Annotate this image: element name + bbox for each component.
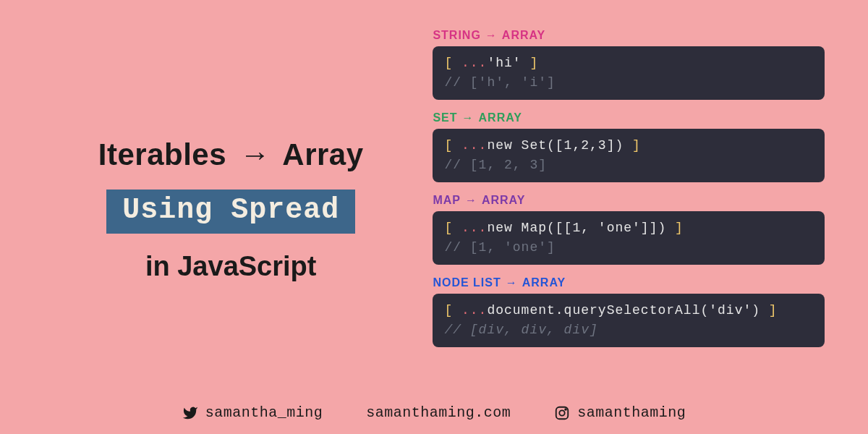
code-line: [ ...new Map([[1, 'one']]) ] <box>444 218 813 238</box>
title-line-3: in JavaScript <box>145 251 317 282</box>
example-header: NODE LIST→ARRAY <box>433 276 825 289</box>
example-block: STRING→ARRAY[ ...'hi' ]// ['h', 'i'] <box>433 29 825 100</box>
code-comment: // [1, 'one'] <box>444 238 813 258</box>
examples-panel: STRING→ARRAY[ ...'hi' ]// ['h', 'i']SET→… <box>418 29 825 391</box>
example-header-array: ARRAY <box>482 194 525 207</box>
headline-panel: Iterables → Array Using Spread in JavaSc… <box>43 29 418 391</box>
arrow-icon: → <box>465 194 477 207</box>
arrow-icon: → <box>485 29 498 42</box>
example-header: SET→ARRAY <box>433 111 825 124</box>
footer-instagram: samanthaming <box>554 404 686 421</box>
footer-instagram-text: samanthaming <box>577 404 686 421</box>
example-header-type: MAP <box>433 194 461 207</box>
footer: samantha_ming samanthaming.com samantham… <box>0 404 868 421</box>
code-box: [ ...new Map([[1, 'one']]) ]// [1, 'one'… <box>433 211 825 265</box>
example-header-array: ARRAY <box>479 111 522 124</box>
title-word-array: Array <box>282 137 363 171</box>
code-box: [ ...new Set([1,2,3]) ]// [1, 2, 3] <box>433 129 825 182</box>
code-line: [ ...document.querySelectorAll('div') ] <box>444 301 813 320</box>
example-header-array: ARRAY <box>522 276 566 289</box>
example-header-type: SET <box>433 111 457 124</box>
arrow-icon: → <box>506 276 518 289</box>
footer-website: samanthaming.com <box>366 404 511 421</box>
arrow-icon: → <box>462 111 475 124</box>
example-header-array: ARRAY <box>502 29 545 42</box>
title-line-1: Iterables → Array <box>98 137 364 172</box>
code-line: [ ...'hi' ] <box>444 54 813 73</box>
example-header: STRING→ARRAY <box>433 29 825 42</box>
twitter-icon <box>182 405 198 421</box>
code-comment: // [1, 2, 3] <box>444 156 813 175</box>
instagram-icon <box>554 405 570 421</box>
footer-website-text: samanthaming.com <box>366 404 511 421</box>
code-comment: // [div, div, div] <box>444 320 813 340</box>
arrow-icon: → <box>239 137 271 171</box>
example-header-type: STRING <box>433 29 480 42</box>
example-header: MAP→ARRAY <box>433 194 825 207</box>
example-header-type: NODE LIST <box>433 276 501 289</box>
footer-twitter-text: samantha_ming <box>205 404 323 421</box>
code-box: [ ...document.querySelectorAll('div') ]/… <box>433 294 825 347</box>
footer-twitter: samantha_ming <box>182 404 323 421</box>
example-block: NODE LIST→ARRAY[ ...document.querySelect… <box>433 276 825 347</box>
title-word-iterables: Iterables <box>98 137 226 171</box>
code-line: [ ...new Set([1,2,3]) ] <box>444 136 813 156</box>
code-comment: // ['h', 'i'] <box>444 73 813 93</box>
example-block: SET→ARRAY[ ...new Set([1,2,3]) ]// [1, 2… <box>433 111 825 182</box>
code-box: [ ...'hi' ]// ['h', 'i'] <box>433 46 825 100</box>
svg-point-1 <box>560 410 565 415</box>
title-line-2: Using Spread <box>106 190 355 234</box>
example-block: MAP→ARRAY[ ...new Map([[1, 'one']]) ]// … <box>433 194 825 265</box>
svg-point-2 <box>565 409 566 410</box>
